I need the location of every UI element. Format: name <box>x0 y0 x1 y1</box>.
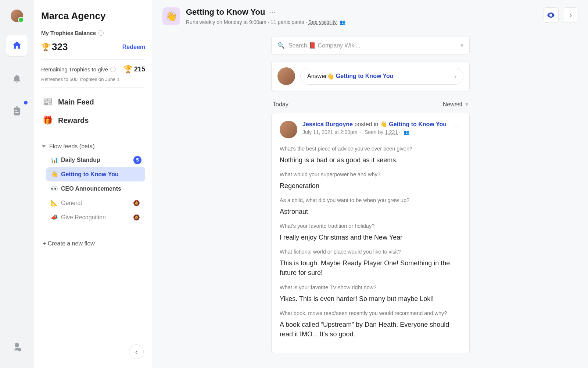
notifications-button[interactable] <box>6 68 28 89</box>
divider <box>41 230 145 230</box>
megaphone-icon: 📣 <box>51 214 58 221</box>
nav-main-feed[interactable]: 📰 Main Feed <box>41 93 145 111</box>
content-column: 🔍 Search 📕 Company Wiki... ▾ Answer 👋 Ge… <box>271 32 470 368</box>
flow-feeds-toggle[interactable]: Flow feeds (beta) <box>41 140 145 153</box>
trophy-icon: 🏆 <box>123 65 133 74</box>
ruler-icon: 📐 <box>51 199 58 206</box>
answer-text: Astronaut <box>280 207 461 216</box>
answer-text: A book called “Upstream” by Dan Heath. E… <box>280 320 461 339</box>
feed-icon: 📰 <box>42 96 53 107</box>
feed-ceo-announcements[interactable]: 👀 CEO Announcements <box>46 181 145 196</box>
nav-label: Rewards <box>58 116 89 125</box>
post-heading: Jessica Burgoyne posted in 👋 Getting to … <box>302 121 448 128</box>
home-icon <box>12 40 22 50</box>
answer-text: Regeneration <box>280 181 461 191</box>
seen-label: Seen by <box>365 129 385 135</box>
caret-down-icon: ▾ <box>465 101 468 108</box>
qa-list: What's the best piece of advice you've e… <box>280 146 461 339</box>
refresh-note: Refreshes to 500 Trophies on June 1 <box>41 77 145 82</box>
home-button[interactable] <box>6 35 28 56</box>
info-icon[interactable]: i <box>98 30 104 36</box>
expand-panel-button[interactable]: › <box>563 7 578 23</box>
post-date: July 11, 2021 at 2:00pm <box>302 129 357 135</box>
flow-header: 👋 Getting to Know You ⋯ Runs weekly on M… <box>153 0 588 32</box>
feed-daily-standup[interactable]: 📊 Daily Standup 5 <box>46 153 145 167</box>
mute-icon: 🔕 <box>133 214 140 221</box>
answer-prefix: Answer <box>307 73 327 79</box>
feed-general[interactable]: 📐 General 🔕 <box>46 196 145 210</box>
post-card: Jessica Burgoyne posted in 👋 Getting to … <box>271 113 470 353</box>
main-area: 👋 Getting to Know You ⋯ Runs weekly on M… <box>153 0 588 368</box>
sort-dropdown[interactable]: Newest ▾ <box>443 101 468 108</box>
svg-point-0 <box>18 348 21 351</box>
chevron-right-icon: › <box>570 11 572 20</box>
feed-getting-to-know-you[interactable]: 👋 Getting to Know You <box>46 167 145 181</box>
flow-title-row: Getting to Know You ⋯ <box>186 7 345 17</box>
group-icon: 👥 <box>404 130 409 135</box>
visibility-button[interactable] <box>543 7 559 23</box>
redeem-link[interactable]: Redeem <box>122 44 145 50</box>
feed-list: 📊 Daily Standup 5 👋 Getting to Know You … <box>41 153 145 224</box>
remaining-value: 🏆 215 <box>123 65 145 74</box>
search-icon: 🔍 <box>277 42 285 49</box>
post-meta: July 11, 2021 at 2:00pm · Seen by 1,221 … <box>302 129 448 135</box>
user-avatar[interactable] <box>11 10 23 22</box>
chart-icon: 📊 <box>51 156 58 163</box>
agency-title: Marca Agency <box>41 10 145 22</box>
schedule-text: Runs weekly on Monday at 9:00am <box>186 19 266 25</box>
info-icon[interactable]: i <box>110 67 116 72</box>
question-text: What's the best piece of advice you've e… <box>280 146 461 152</box>
feed-label: Getting to Know You <box>61 171 119 178</box>
divider <box>41 59 145 60</box>
feed-label: Daily Standup <box>61 157 100 163</box>
caret-down-icon <box>42 145 46 148</box>
visibility-link[interactable]: See visibility <box>308 19 337 25</box>
remaining-label: Remaining Trophies to give i <box>41 66 116 72</box>
search-placeholder: Search 📕 Company Wiki... <box>288 42 457 49</box>
notification-dot <box>23 100 28 105</box>
collapse-sidebar-button[interactable]: ‹ <box>129 344 144 359</box>
nav-rail <box>0 0 34 368</box>
search-input[interactable]: 🔍 Search 📕 Company Wiki... ▾ <box>271 36 470 54</box>
eyes-icon: 👀 <box>51 185 58 192</box>
nav-label: Main Feed <box>58 98 94 106</box>
trophies-balance-value: 🏆 323 <box>41 41 68 53</box>
user-avatar[interactable] <box>277 67 295 85</box>
author-avatar[interactable] <box>280 121 297 138</box>
answer-text: Yikes. This is even harder! So many but … <box>280 294 461 304</box>
group-icon: 👥 <box>340 20 345 25</box>
answer-prompt-card: Answer 👋 Getting to Know You › <box>271 61 470 91</box>
question-text: As a child, what did you want to be when… <box>280 197 461 203</box>
bell-icon <box>12 73 22 84</box>
author-name[interactable]: Jessica Burgoyne <box>302 121 353 127</box>
profile-settings-button[interactable] <box>6 336 28 358</box>
answer-flow-button[interactable]: Answer 👋 Getting to Know You › <box>300 68 463 85</box>
feed-give-recognition[interactable]: 📣 Give Recognition 🔕 <box>46 210 145 224</box>
trophies-balance-label: My Trophies Balance i <box>41 30 145 36</box>
clipboard-icon <box>12 106 22 117</box>
sidebar: Marca Agency My Trophies Balance i 🏆 323… <box>34 0 153 368</box>
question-text: What fictional world or place would you … <box>280 249 461 255</box>
wave-icon: 👋 <box>327 73 334 80</box>
feed-label: CEO Announcements <box>61 185 121 192</box>
answer-text: Nothing is a bad or as good as it seems. <box>280 155 461 165</box>
chevron-right-icon: › <box>454 72 456 80</box>
date-group-label: Today <box>273 101 288 108</box>
sort-label: Newest <box>443 101 462 108</box>
chevron-left-icon: ‹ <box>135 348 137 356</box>
answer-text: I really enjoy Christmas and the New Yea… <box>280 233 461 242</box>
post-flow-name[interactable]: Getting to Know You <box>389 121 447 127</box>
wave-icon: 👋 <box>380 121 387 127</box>
participants-text: 11 participants <box>270 19 304 25</box>
seen-count[interactable]: 1,221 <box>385 129 398 135</box>
post-menu-button[interactable]: ⋯ <box>453 121 461 131</box>
flow-menu-button[interactable]: ⋯ <box>269 8 276 16</box>
nav-rewards[interactable]: 🎁 Rewards <box>41 111 145 130</box>
mute-icon: 🔕 <box>133 200 140 206</box>
tasks-button[interactable] <box>6 101 28 122</box>
wave-icon: 👋 <box>51 171 58 178</box>
eye-icon <box>546 11 555 20</box>
divider <box>41 135 145 135</box>
create-flow-link[interactable]: + Create a new flow <box>41 235 145 252</box>
answer-flow-name: Getting to Know You <box>336 73 394 79</box>
